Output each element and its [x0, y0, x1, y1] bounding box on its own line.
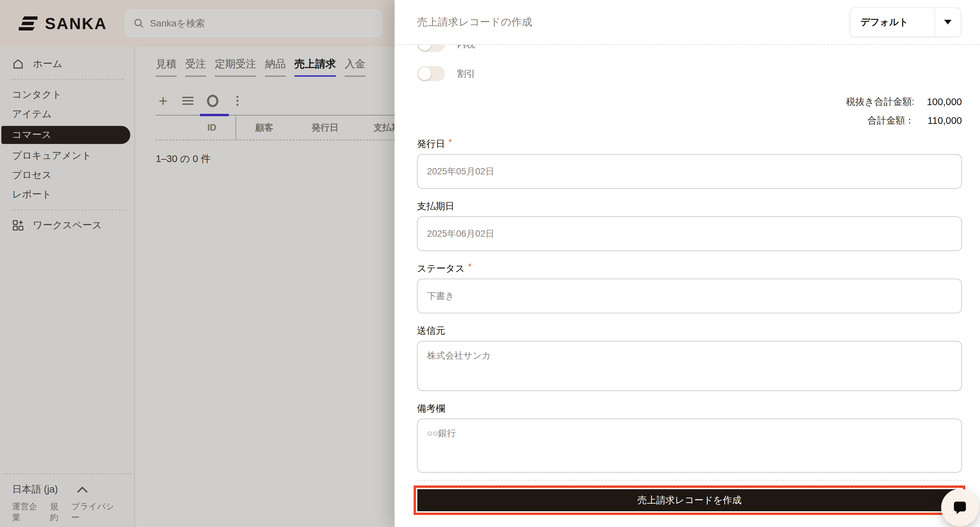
tax-included-toggle[interactable]: [417, 45, 445, 52]
totals-summary: 税抜き合計金額: 100,000 合計金額： 110,000: [417, 96, 962, 127]
drawer-header: 売上請求レコードの作成 デフォルト: [395, 0, 980, 45]
discount-toggle[interactable]: [417, 66, 445, 81]
toggle-label: 内税: [457, 45, 475, 50]
subtotal-label: 税抜き合計金額:: [846, 95, 914, 108]
notes-label: 備考欄: [417, 402, 962, 414]
dropdown-caret-box: [934, 8, 961, 36]
field-label-text: 備考欄: [417, 402, 445, 415]
due-date-input[interactable]: [417, 216, 962, 251]
form-divider: [417, 480, 962, 481]
chat-support-button[interactable]: [941, 489, 978, 526]
sender-textarea[interactable]: 株式会社サンカ: [417, 341, 962, 391]
discount-row: 割引: [417, 65, 962, 83]
create-invoice-button[interactable]: 売上請求レコードを作成: [417, 489, 962, 511]
required-asterisk: *: [449, 137, 452, 147]
caret-down-icon: [944, 20, 951, 24]
chat-bubble-icon: [951, 499, 969, 516]
status-label: ステータス *: [417, 262, 962, 275]
drawer-title: 売上請求レコードの作成: [417, 15, 532, 29]
required-asterisk: *: [468, 262, 472, 272]
toggle-label: 割引: [457, 68, 475, 80]
issue-date-label: 発行日 *: [417, 138, 962, 150]
field-label-text: 送信元: [417, 324, 445, 337]
drawer-body: 内税 割引 税抜き合計金額: 100,000 合計金額： 110,000 発行日…: [395, 45, 980, 527]
notes-textarea[interactable]: ○○銀行: [417, 419, 962, 473]
grand-total-label: 合計金額：: [867, 114, 914, 127]
status-input[interactable]: [417, 279, 962, 313]
field-label-text: ステータス: [417, 262, 465, 275]
subtotal-line: 税抜き合計金額: 100,000: [417, 96, 962, 108]
invoice-form: 内税 割引 税抜き合計金額: 100,000 合計金額： 110,000 発行日…: [395, 45, 980, 515]
sender-label: 送信元: [417, 325, 962, 337]
template-dropdown[interactable]: デフォルト: [850, 7, 961, 37]
create-invoice-drawer: 売上請求レコードの作成 デフォルト 内税 割引 税抜き合計金額: 100,000: [395, 0, 980, 527]
issue-date-input[interactable]: [417, 154, 962, 189]
toggle-knob: [418, 45, 431, 51]
grand-total-value: 110,000: [922, 115, 962, 126]
due-date-label: 支払期日: [417, 200, 962, 212]
subtotal-value: 100,000: [922, 97, 962, 108]
target-highlight-ring: 売上請求レコードを作成: [414, 486, 965, 515]
tax-included-row: 内税: [417, 45, 962, 53]
toggle-knob: [418, 67, 431, 80]
field-label-text: 発行日: [417, 138, 445, 150]
field-label-text: 支払期日: [417, 200, 455, 213]
template-dropdown-value: デフォルト: [850, 8, 934, 36]
grand-total-line: 合計金額： 110,000: [417, 114, 962, 127]
